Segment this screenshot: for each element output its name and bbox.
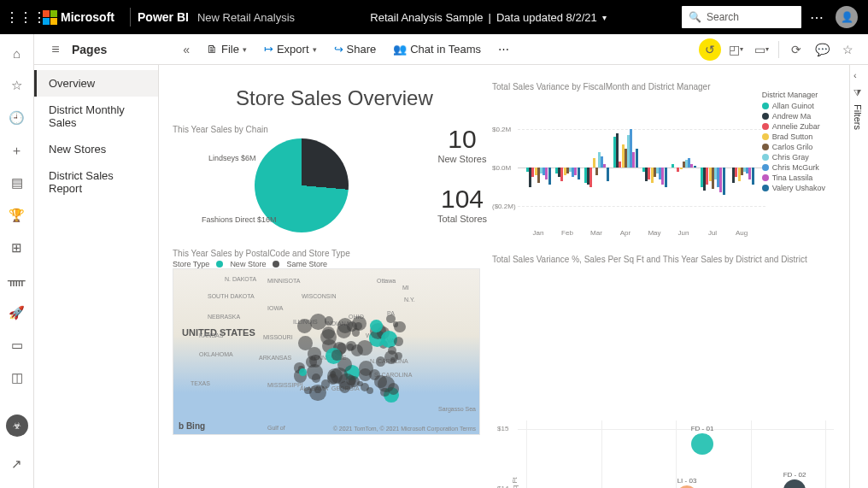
axis-tick-label: $14 — [497, 485, 508, 488]
favorite-report-button[interactable]: ☆ — [836, 38, 859, 62]
export-menu[interactable]: ↦ Export ▾ — [257, 39, 324, 59]
page-tab-new-stores[interactable]: New Stores — [34, 136, 158, 162]
kpi-new-stores[interactable]: 10 New Stores — [424, 125, 501, 164]
recent-icon[interactable]: 🕘 — [0, 106, 34, 130]
product-name[interactable]: Power BI — [138, 10, 197, 24]
axis-tick-label: May — [648, 229, 660, 237]
map-bubble[interactable] — [322, 326, 335, 339]
reset-view-button[interactable]: ↺ — [698, 38, 722, 62]
legend-dot-icon — [762, 133, 769, 140]
map-bubble[interactable] — [307, 364, 323, 380]
bar[interactable] — [665, 168, 667, 187]
legend-item[interactable]: Annelie Zubar — [762, 122, 825, 131]
map-bubble[interactable] — [299, 368, 308, 377]
kpi-total-stores[interactable]: 104 Total Stores — [424, 185, 501, 224]
map-bubble[interactable] — [304, 387, 311, 394]
file-menu[interactable]: 🗎 File ▾ — [200, 39, 254, 59]
comment-button[interactable]: 💬 — [810, 38, 834, 62]
map-bubble[interactable] — [310, 314, 326, 329]
legend-item[interactable]: Andrew Ma — [762, 112, 825, 121]
legend-item[interactable]: Carlos Grilo — [762, 143, 825, 151]
open-external-icon[interactable]: ↗ — [0, 452, 34, 476]
bar[interactable] — [607, 168, 609, 181]
hazard-icon[interactable]: ☣ — [6, 415, 28, 437]
bar[interactable] — [548, 168, 551, 185]
datasets-icon[interactable]: ▤ — [0, 171, 34, 195]
legend-item[interactable]: Tina Lassila — [762, 173, 825, 182]
bar-chart[interactable]: $0.2M$0.0M($0.2M)JanFebMarAprMayJunJulAu… — [492, 95, 765, 240]
map-bubble[interactable] — [359, 368, 372, 381]
search-input[interactable]: 🔍 Search — [682, 6, 801, 28]
bar[interactable] — [672, 164, 674, 168]
user-avatar[interactable]: 👤 — [836, 6, 858, 28]
bubble[interactable] — [783, 479, 806, 488]
shared-icon[interactable]: ᚅ — [0, 268, 34, 292]
bubble-label: LI - 03 — [677, 477, 697, 485]
more-commands-button[interactable]: ⋯ — [491, 39, 516, 59]
goals-icon[interactable]: 🏆 — [0, 203, 34, 227]
map-bubble[interactable] — [297, 319, 312, 333]
apps-icon[interactable]: ⊞ — [0, 236, 34, 260]
bar[interactable] — [752, 168, 754, 185]
legend-item[interactable]: Allan Guinot — [762, 102, 825, 110]
kpi-value: 104 — [424, 185, 501, 214]
bar[interactable] — [593, 158, 595, 168]
report-name[interactable]: New Retail Analysis — [197, 11, 295, 24]
map-bubble[interactable] — [394, 321, 405, 332]
legend-item[interactable]: Valery Ushakov — [762, 184, 825, 192]
workspaces-icon[interactable]: ▭ — [0, 333, 34, 357]
breadcrumb[interactable]: Retail Analysis Sample | Data updated 8/… — [295, 11, 682, 24]
map-bubble[interactable] — [327, 368, 343, 384]
hamburger-icon[interactable]: ≡ — [39, 42, 72, 57]
map-bubble[interactable] — [388, 346, 396, 355]
more-options-button[interactable]: ⋯ — [801, 9, 832, 26]
pie-chart[interactable]: Lindseys $6M Fashions Direct $16M — [255, 138, 349, 232]
map-bubble[interactable] — [394, 337, 403, 346]
file-icon: 🗎 — [207, 43, 218, 56]
home-icon[interactable]: ⌂ — [0, 41, 34, 65]
bar[interactable] — [680, 168, 683, 169]
chevron-down-icon[interactable]: ▾ — [602, 13, 607, 22]
map-bubble[interactable] — [357, 340, 372, 355]
scatter-chart[interactable]: $15$14$13-8%-6%-4%-2%0%Total Sales Varia… — [492, 412, 834, 488]
map-bubble[interactable] — [309, 385, 326, 402]
bar[interactable] — [694, 166, 696, 168]
microsoft-logo: Microsoft — [39, 10, 123, 25]
map-bubble[interactable] — [331, 350, 342, 360]
legend-item[interactable]: Chris Gray — [762, 153, 825, 162]
legend-item[interactable]: Chris McGurk — [762, 163, 825, 172]
favorite-icon[interactable]: ☆ — [0, 73, 34, 97]
filters-pane-collapsed[interactable]: ‹ ⧩ Filters — [849, 65, 868, 488]
map-bubble[interactable] — [386, 315, 395, 323]
bookmark-button[interactable]: ◰▾ — [724, 38, 748, 62]
legend-item-label: Chris McGurk — [772, 163, 819, 172]
legend-item[interactable]: Brad Sutton — [762, 132, 825, 141]
bar[interactable] — [595, 168, 598, 175]
map-bubble[interactable] — [308, 347, 321, 361]
bar[interactable] — [636, 149, 638, 168]
page-tab-district-monthly[interactable]: District Monthly Sales — [34, 97, 158, 136]
page-tab-overview[interactable]: Overview — [34, 70, 158, 97]
bubble[interactable] — [691, 433, 713, 455]
map-bubble[interactable] — [347, 321, 357, 332]
bar[interactable] — [578, 168, 580, 179]
deployment-icon[interactable]: ◫ — [0, 366, 34, 390]
create-icon[interactable]: ＋ — [0, 138, 34, 162]
chat-teams-button[interactable]: 👥 Chat in Teams — [386, 39, 488, 59]
bar[interactable] — [723, 168, 725, 195]
bar[interactable] — [589, 168, 592, 187]
view-menu-button[interactable]: ▭▾ — [749, 38, 773, 62]
chevron-left-icon[interactable]: ‹ — [853, 70, 857, 80]
share-button[interactable]: ↪ Share — [327, 39, 384, 59]
page-tab-district-sales[interactable]: District Sales Report — [34, 162, 158, 202]
refresh-button[interactable]: ⟳ — [784, 38, 808, 62]
map-region-label: MI — [402, 285, 409, 291]
map-bubble[interactable] — [346, 341, 355, 350]
learn-icon[interactable]: 🚀 — [0, 301, 34, 325]
map-bubble[interactable] — [374, 375, 386, 387]
collapse-pages-icon[interactable]: « — [183, 43, 196, 56]
app-launcher-icon[interactable]: ⋮⋮⋮ — [5, 9, 39, 26]
map-bubble[interactable] — [376, 356, 385, 366]
map-visual[interactable]: UNITED STATES b Bing © 2021 TomTom, © 20… — [173, 268, 480, 435]
report-canvas[interactable]: Store Sales Overview This Year Sales by … — [159, 65, 849, 488]
